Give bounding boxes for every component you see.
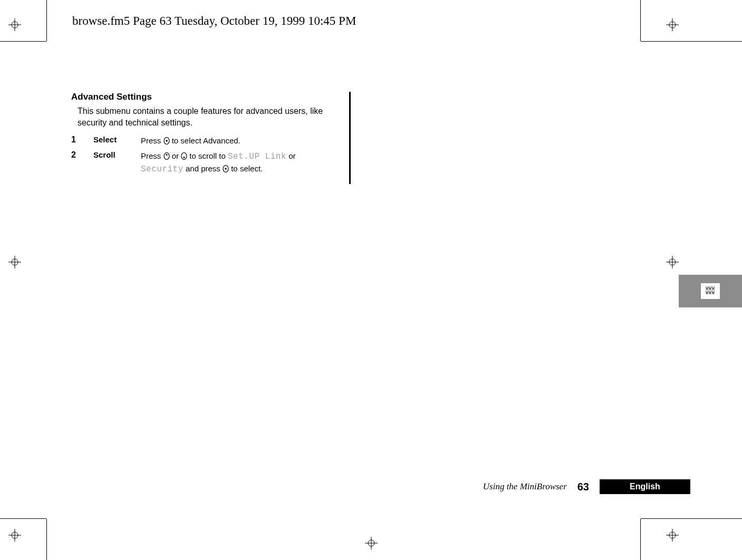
side-tab: WWW WWW: [679, 275, 742, 307]
www-icon: WWW WWW: [701, 283, 720, 299]
crop-sep-bottom-left: [46, 519, 47, 560]
page-footer: Using the MiniBrowser 63 English: [483, 479, 690, 494]
column-divider: [349, 92, 351, 184]
step-row: 1 Select Press to select Advanced.: [71, 133, 296, 149]
registration-mark-icon: [8, 529, 21, 542]
registration-mark-icon: [8, 18, 21, 31]
steps-table: 1 Select Press to select Advanced. 2 Scr…: [71, 133, 296, 177]
lcd-text: Security: [141, 165, 184, 174]
registration-mark-icon: [8, 256, 21, 268]
svg-point-26: [184, 157, 185, 158]
svg-point-24: [166, 154, 167, 156]
running-header: browse.fm5 Page 63 Tuesday, October 19, …: [72, 14, 356, 28]
step-label: Select: [93, 133, 141, 149]
crop-rule-top-left: [0, 41, 46, 42]
crop-sep-top-left: [46, 0, 47, 41]
registration-mark-icon: [666, 18, 679, 31]
crop-rule-bottom-left: [0, 518, 46, 519]
text: or: [170, 151, 181, 160]
step-label: Scroll: [93, 149, 141, 177]
content-area: Advanced Settings This submenu contains …: [71, 92, 348, 177]
registration-mark-icon: [365, 537, 378, 549]
select-key-icon: [223, 164, 229, 171]
step-description: Press to select Advanced.: [141, 133, 296, 149]
select-key-icon: [163, 136, 170, 143]
crop-sep-bottom-right: [640, 519, 641, 560]
scroll-up-key-icon: [163, 151, 170, 159]
language-badge: English: [600, 479, 690, 494]
text: Press: [141, 151, 163, 160]
step-number: 2: [71, 149, 93, 177]
crop-rule-bottom-right: [641, 518, 742, 519]
page-number: 63: [577, 481, 589, 493]
svg-point-23: [164, 152, 169, 159]
scroll-down-key-icon: [181, 151, 187, 159]
text: to select Advanced.: [170, 136, 240, 145]
svg-point-22: [166, 140, 168, 142]
step-description: Press or to scroll to Set.UP Link or Sec…: [141, 149, 296, 177]
text: WWW: [706, 291, 715, 295]
step-row: 2 Scroll Press or to scroll to Set.UP Li…: [71, 149, 296, 177]
section-intro: This submenu contains a couple features …: [78, 105, 348, 128]
footer-section-title: Using the MiniBrowser: [483, 481, 567, 492]
text: or: [286, 151, 296, 160]
text: and press: [184, 164, 223, 173]
text: Press: [141, 136, 163, 145]
step-number: 1: [71, 133, 93, 149]
svg-point-28: [225, 168, 227, 170]
section-title: Advanced Settings: [71, 92, 348, 102]
crop-rule-top-right: [641, 41, 742, 42]
svg-point-25: [181, 152, 187, 159]
registration-mark-icon: [666, 529, 679, 542]
lcd-text: Set.UP Link: [228, 152, 286, 161]
text: to scroll to: [187, 151, 228, 160]
crop-sep-top-right: [640, 0, 641, 41]
registration-mark-icon: [666, 256, 679, 268]
text: to select.: [229, 164, 263, 173]
